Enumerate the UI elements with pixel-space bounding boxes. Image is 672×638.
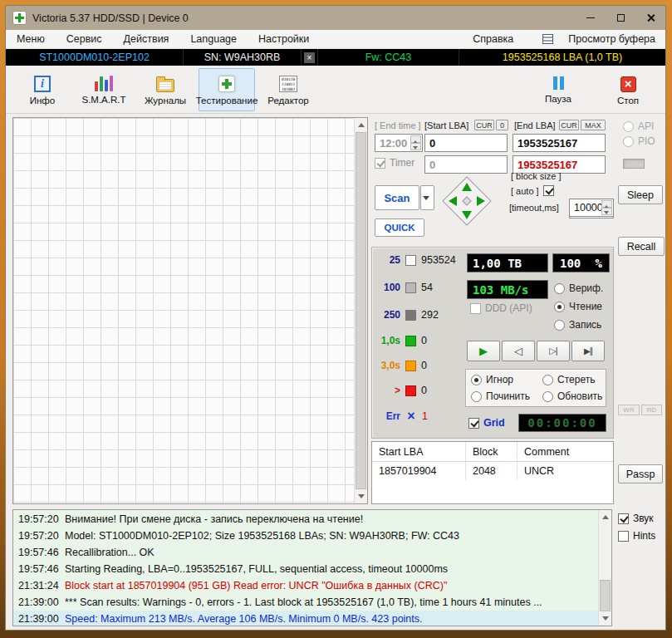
end-lba-value: 1953525167 <box>517 137 577 150</box>
menu-item-language[interactable]: Language <box>179 30 248 48</box>
auto-label: [ auto ] <box>511 186 539 196</box>
ddd-checkbox[interactable] <box>470 303 481 314</box>
end-lba-max-button[interactable]: MAX <box>581 120 606 130</box>
read-radio[interactable] <box>554 302 565 312</box>
stop-button[interactable]: Стоп <box>604 68 652 111</box>
device-model[interactable]: ST1000DM010-2EP102 <box>6 49 184 66</box>
passp-button[interactable]: Passp <box>618 464 663 483</box>
step-forward-button[interactable] <box>537 341 570 361</box>
api-label: API <box>638 120 654 132</box>
timer-label: Timer <box>390 157 414 169</box>
menu-item-buffer-view[interactable]: Просмотр буфера <box>557 33 665 45</box>
smart-button[interactable]: S.M.A.R.T <box>76 68 132 111</box>
scan-dropdown-button[interactable] <box>420 185 434 210</box>
log-panel[interactable]: 19:57:20 Внимание! При смене диска - зап… <box>12 509 612 626</box>
menu-item-actions[interactable]: Действия <box>113 30 180 48</box>
maximize-button[interactable] <box>606 6 635 30</box>
timer-checkbox[interactable] <box>375 158 385 169</box>
end-lba-cur-button[interactable]: CUR <box>559 120 579 130</box>
log-time: 21:39:00 <box>13 596 65 608</box>
scroll-thumb[interactable] <box>356 132 366 489</box>
grid-checkbox[interactable] <box>468 418 479 429</box>
remap-radio[interactable] <box>471 391 482 402</box>
refresh-radio[interactable] <box>542 391 553 402</box>
start-lba-input[interactable]: 0 <box>424 134 508 152</box>
legend-value: 0 <box>421 385 427 396</box>
menu-item-settings[interactable]: Настройки <box>248 30 320 48</box>
device-serial[interactable]: SN: W9AH30RB <box>184 49 302 66</box>
sound-checkbox[interactable] <box>618 513 629 524</box>
timeout-spinner[interactable] <box>601 200 612 215</box>
speed-display: 103 MB/s <box>467 280 548 299</box>
dpad-up-icon[interactable] <box>462 183 472 191</box>
timer-input[interactable]: 0 <box>424 155 508 174</box>
wr-button[interactable]: WR <box>618 405 640 415</box>
end-lba-input[interactable]: 1953525167 <box>513 134 606 152</box>
start-lba-zero-button[interactable]: 0 <box>496 120 508 130</box>
log-scrollbar[interactable] <box>598 510 611 626</box>
smart-icon <box>95 75 113 91</box>
info-button[interactable]: Инфо <box>14 68 71 111</box>
close-button[interactable] <box>635 6 665 30</box>
editor-button[interactable]: Редактор <box>260 68 316 111</box>
titlebar[interactable]: Victoria 5.37 HDD/SSD | Device 0 <box>6 6 665 30</box>
log-text: Starting Reading, LBA=0..1953525167, FUL… <box>65 563 598 575</box>
logs-icon <box>156 74 174 92</box>
log-scroll-up-icon[interactable] <box>599 510 612 523</box>
device-close-icon[interactable] <box>304 52 315 63</box>
write-label: Запись <box>569 319 601 331</box>
menu-item-service[interactable]: Сервис <box>56 30 113 48</box>
api-radio-row: API <box>623 120 654 132</box>
auto-checkbox[interactable] <box>543 185 554 196</box>
verify-radio[interactable] <box>554 283 565 294</box>
start-lba-cur-button[interactable]: CUR <box>474 120 494 130</box>
skip-to-end-button[interactable] <box>571 341 605 361</box>
scan-button[interactable]: Scan <box>375 185 419 210</box>
hints-checkbox-row: Hints <box>618 530 655 542</box>
window-title: Victoria 5.37 HDD/SSD | Device 0 <box>32 12 189 24</box>
scroll-down-icon[interactable] <box>355 490 368 503</box>
legend-label: 25 <box>375 254 400 266</box>
menu-item-menu[interactable]: Меню <box>6 30 56 48</box>
step-back-button[interactable] <box>502 341 535 361</box>
minimize-button[interactable] <box>576 6 606 30</box>
dpad-right-icon[interactable] <box>477 196 485 206</box>
hints-checkbox[interactable] <box>618 531 629 542</box>
legend-label: 100 <box>375 282 400 293</box>
log-time: 19:57:46 <box>13 563 65 575</box>
direction-pad[interactable] <box>441 175 493 227</box>
dpad-left-icon[interactable] <box>449 196 457 206</box>
log-row: 19:57:20 Внимание! При смене диска - зап… <box>13 511 598 528</box>
ignore-radio[interactable] <box>471 375 482 385</box>
write-radio[interactable] <box>554 320 565 331</box>
end-time-input[interactable]: 12:00 <box>375 134 423 152</box>
end-time-spinner[interactable] <box>410 135 421 150</box>
quick-button[interactable]: QUICK <box>375 218 424 237</box>
logs-button[interactable]: Журналы <box>137 68 194 111</box>
erase-radio[interactable] <box>542 375 553 385</box>
scan-grid[interactable] <box>13 118 354 503</box>
scroll-up-icon[interactable] <box>355 118 368 131</box>
menu-item-help[interactable]: Справка <box>462 33 524 45</box>
test-button[interactable]: Тестирование <box>199 68 255 111</box>
recall-button[interactable]: Recall <box>618 237 665 256</box>
scan-scrollbar[interactable] <box>354 118 367 503</box>
table-row[interactable]: 1857019904 2048 UNCR <box>372 462 613 480</box>
defect-table[interactable]: Start LBA Block Comment 1857019904 2048 … <box>371 441 614 504</box>
log-row-error: 21:31:24 Block start at 1857019904 (951 … <box>13 577 598 594</box>
right-sidebar: API PIO Sleep Recall WR RD Passp <box>616 117 665 504</box>
rd-button[interactable]: RD <box>641 405 662 415</box>
pause-button[interactable]: Пауза <box>534 68 582 111</box>
timeout-input[interactable]: 10000 <box>569 199 614 217</box>
device-firmware[interactable]: Fw: CC43 <box>318 49 459 66</box>
pio-radio[interactable] <box>623 136 634 147</box>
dpad-down-icon[interactable] <box>462 211 472 219</box>
log-scroll-thumb[interactable] <box>600 580 611 611</box>
api-radio[interactable] <box>623 121 634 132</box>
sleep-button[interactable]: Sleep <box>618 185 663 204</box>
hints-label: Hints <box>633 530 655 542</box>
log-scroll-down-icon[interactable] <box>599 612 612 626</box>
ddd-checkbox-row: DDD (API) <box>470 302 532 314</box>
play-button[interactable] <box>467 341 500 361</box>
log-row: 19:57:20 Model: ST1000DM010-2EP102; Size… <box>13 528 598 544</box>
